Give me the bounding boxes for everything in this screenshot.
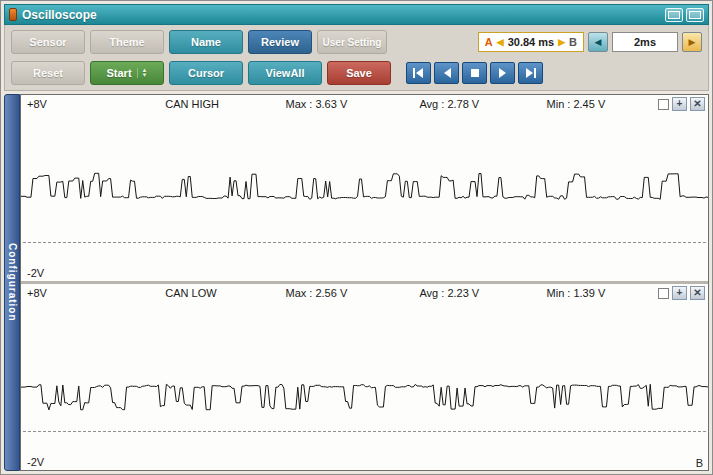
playback-controls (406, 62, 543, 84)
oscilloscope-window: Oscilloscope Sensor Theme Name Review Us… (0, 0, 713, 475)
app-icon (9, 8, 17, 21)
step-back-button[interactable] (434, 62, 459, 84)
cursor-b-arrow-icon[interactable]: ▶ (558, 37, 565, 47)
skip-start-icon (413, 68, 424, 78)
cursor-button[interactable]: Cursor (169, 61, 243, 85)
layout-stack-icon[interactable] (686, 8, 704, 22)
save-button[interactable]: Save (327, 61, 391, 85)
user-setting-button[interactable]: User Setting (317, 30, 387, 54)
channel-name-label: CAN LOW (165, 287, 216, 299)
channel-checkbox[interactable] (658, 99, 669, 110)
skip-to-end-button[interactable] (518, 62, 543, 84)
cursor-b-label: B (569, 36, 577, 48)
spinner-down-icon: ▼ (142, 73, 148, 78)
start-spinner: ▲ ▼ (137, 68, 148, 78)
configuration-tab-label: Configuration (7, 243, 18, 322)
title-bar-buttons (665, 8, 704, 22)
max-value-label: Max : 2.56 V (285, 287, 347, 299)
zero-reference-line (23, 242, 706, 243)
channel-name-label: CAN HIGH (165, 98, 219, 110)
avg-value-label: Avg : 2.23 V (419, 287, 479, 299)
zoom-in-icon[interactable]: + (672, 97, 687, 111)
theme-button[interactable]: Theme (90, 30, 164, 54)
waveform-can-high[interactable] (21, 95, 708, 281)
channel-panel-can-high: +8V CAN HIGH Max : 3.63 V Avg : 2.78 V M… (21, 95, 708, 281)
cursor-b-marker: B (696, 457, 703, 469)
prev-icon (442, 68, 452, 78)
timebase-decrease-button[interactable]: ◀ (588, 32, 608, 52)
step-forward-icon: ▶ (689, 37, 696, 47)
bottom-voltage-label: -2V (27, 267, 44, 279)
min-value-label: Min : 2.45 V (547, 98, 606, 110)
reset-button[interactable]: Reset (11, 61, 85, 85)
play-icon (498, 68, 508, 78)
start-button[interactable]: Start ▲ ▼ (90, 61, 164, 85)
main-area: Configuration +8V CAN HIGH Max : 3.63 V … (4, 94, 709, 471)
toolbar-row-2: Reset Start ▲ ▼ Cursor ViewAll Save (11, 60, 702, 86)
stop-button[interactable] (462, 62, 487, 84)
min-value-label: Min : 1.39 V (547, 287, 606, 299)
window-title: Oscilloscope (22, 8, 660, 22)
sensor-button[interactable]: Sensor (11, 30, 85, 54)
skip-to-start-button[interactable] (406, 62, 431, 84)
top-voltage-label: +8V (27, 287, 47, 299)
close-icon[interactable]: ✕ (690, 286, 705, 300)
title-bar: Oscilloscope (4, 4, 709, 25)
viewall-button[interactable]: ViewAll (248, 61, 322, 85)
channel-panels: +8V CAN HIGH Max : 3.63 V Avg : 2.78 V M… (20, 94, 709, 471)
configuration-tab[interactable]: Configuration (4, 94, 20, 471)
start-button-label: Start (106, 67, 131, 79)
bottom-voltage-label: -2V (27, 456, 44, 468)
cursor-a-label: A (485, 36, 493, 48)
zero-reference-line (23, 431, 706, 432)
top-voltage-label: +8V (27, 98, 47, 110)
stop-icon (470, 68, 480, 78)
timebase-select[interactable]: 2ms (612, 32, 678, 52)
avg-value-label: Avg : 2.78 V (419, 98, 479, 110)
timebase-increase-button[interactable]: ▶ (682, 32, 702, 52)
zoom-in-icon[interactable]: + (672, 286, 687, 300)
channel-controls: + ✕ (658, 286, 705, 300)
channel-panel-can-low: +8V CAN LOW Max : 2.56 V Avg : 2.23 V Mi… (21, 284, 708, 470)
toolbar: Sensor Theme Name Review User Setting A … (4, 25, 709, 91)
channel-checkbox[interactable] (658, 288, 669, 299)
skip-end-icon (525, 68, 536, 78)
play-button[interactable] (490, 62, 515, 84)
channel-controls: + ✕ (658, 97, 705, 111)
review-button[interactable]: Review (248, 30, 312, 54)
close-icon[interactable]: ✕ (690, 97, 705, 111)
max-value-label: Max : 3.63 V (285, 98, 347, 110)
toolbar-row-1: Sensor Theme Name Review User Setting A … (11, 29, 702, 55)
cursor-timebase-group: A ◀ 30.84 ms ▶ B ◀ 2ms ▶ (478, 32, 702, 52)
name-button[interactable]: Name (169, 30, 243, 54)
cursor-a-arrow-icon[interactable]: ◀ (497, 37, 504, 47)
cursor-ab-readout: A ◀ 30.84 ms ▶ B (478, 32, 584, 52)
layout-split-icon[interactable] (665, 8, 683, 22)
step-back-icon: ◀ (595, 37, 602, 47)
cursor-ab-time-value: 30.84 ms (508, 36, 554, 48)
waveform-can-low[interactable] (21, 284, 708, 470)
